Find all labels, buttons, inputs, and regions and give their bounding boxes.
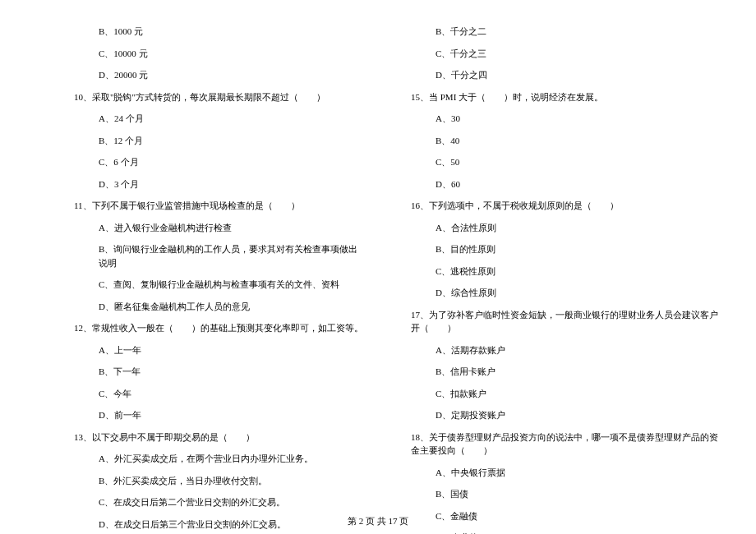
q12-option-b: B、下一年 (74, 365, 366, 379)
q9-option-b: B、1000 元 (74, 25, 366, 39)
q17-option-c: C、扣款账户 (411, 387, 723, 401)
q16-option-b: B、目的性原则 (411, 242, 723, 256)
q12-option-d: D、前一年 (74, 408, 366, 422)
q17-option-a: A、活期存款账户 (411, 343, 723, 357)
left-column: B、1000 元 C、10000 元 D、20000 元 10、采取"脱钩"方式… (8, 25, 378, 501)
q18-option-a: A、中央银行票据 (411, 466, 723, 480)
q14-option-c: C、千分之三 (411, 47, 723, 61)
q11-option-a: A、进入银行业金融机构进行检查 (74, 221, 366, 235)
q13-option-c: C、在成交日后第二个营业日交割的外汇交易。 (74, 495, 366, 509)
q17-option-b: B、信用卡账户 (411, 365, 723, 379)
q11-option-b: B、询问银行业金融机构的工作人员，要求其对有关检查事项做出说明 (74, 242, 366, 269)
q18-option-b: B、国债 (411, 487, 723, 501)
q15-option-a: A、30 (411, 112, 723, 126)
q18-stem: 18、关于债券型理财产品投资方向的说法中，哪一项不是债券型理财产品的资金主要投向… (411, 430, 723, 458)
q15-stem: 15、当 PMI 大于（ ）时，说明经济在发展。 (411, 90, 723, 104)
q10-option-c: C、6 个月 (74, 155, 366, 169)
q15-option-d: D、60 (411, 177, 723, 191)
q12-stem: 12、常规性收入一般在（ ）的基础上预测其变化率即可，如工资等。 (74, 321, 366, 335)
q16-option-d: D、综合性原则 (411, 286, 723, 300)
q11-stem: 11、下列不属于银行业监管措施中现场检查的是（ ） (74, 199, 366, 213)
q14-option-d: D、千分之四 (411, 68, 723, 82)
q18-option-d: D、企业债 (411, 531, 723, 534)
q9-option-d: D、20000 元 (74, 68, 366, 82)
q16-stem: 16、下列选项中，不属于税收规划原则的是（ ） (411, 199, 723, 213)
q10-option-d: D、3 个月 (74, 177, 366, 191)
q15-option-b: B、40 (411, 134, 723, 148)
q16-option-a: A、合法性原则 (411, 221, 723, 235)
q11-option-d: D、匿名征集金融机构工作人员的意见 (74, 300, 366, 314)
page-content: B、1000 元 C、10000 元 D、20000 元 10、采取"脱钩"方式… (0, 0, 756, 501)
q14-option-b: B、千分之二 (411, 25, 723, 39)
q9-option-c: C、10000 元 (74, 47, 366, 61)
q16-option-c: C、逃税性原则 (411, 265, 723, 279)
q13-option-a: A、外汇买卖成交后，在两个营业日内办理外汇业务。 (74, 452, 366, 466)
q15-option-c: C、50 (411, 155, 723, 169)
q17-option-d: D、定期投资账户 (411, 408, 723, 422)
q17-stem: 17、为了弥补客户临时性资金短缺，一般商业银行的理财业务人员会建议客户开（ ） (411, 308, 723, 335)
q12-option-c: C、今年 (74, 387, 366, 401)
q10-option-b: B、12 个月 (74, 134, 366, 148)
q10-stem: 10、采取"脱钩"方式转货的，每次展期最长期限不超过（ ） (74, 90, 366, 104)
q11-option-c: C、查阅、复制银行业金融机构与检查事项有关的文件、资料 (74, 278, 366, 292)
q10-option-a: A、24 个月 (74, 112, 366, 126)
q12-option-a: A、上一年 (74, 343, 366, 357)
page-footer: 第 2 页 共 17 页 (0, 515, 756, 527)
q13-option-b: B、外汇买卖成交后，当日办理收付交割。 (74, 474, 366, 488)
right-column: B、千分之二 C、千分之三 D、千分之四 15、当 PMI 大于（ ）时，说明经… (378, 25, 748, 501)
q13-stem: 13、以下交易中不属于即期交易的是（ ） (74, 430, 366, 444)
